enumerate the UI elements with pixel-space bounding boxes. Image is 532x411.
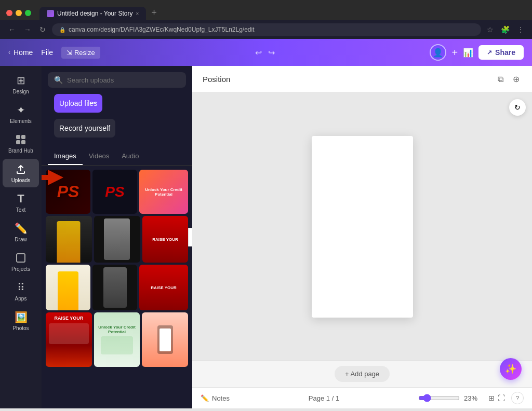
unlock-label: Unlock Your Credit Potential — [97, 325, 137, 334]
share-button[interactable]: ↗ Share — [478, 45, 524, 60]
redo-button[interactable]: ↪ — [268, 48, 275, 58]
close-traffic-light[interactable] — [6, 10, 12, 16]
sidebar-item-uploads[interactable]: Uploads — [3, 159, 39, 187]
duplicate-button[interactable]: ⧉ — [496, 73, 506, 86]
ps-red-text: PS — [57, 182, 79, 201]
tab-bar: Untitled design - Your Story × + — [39, 5, 159, 20]
notes-icon: ✏️ — [201, 394, 209, 402]
sidebar-item-text[interactable]: T Text — [3, 188, 39, 217]
sidebar-label-text: Text — [16, 207, 25, 213]
record-btn-container: Record yourself — [42, 119, 192, 148]
refresh-canvas-button[interactable]: ↻ — [509, 99, 526, 116]
sidebar-item-elements[interactable]: ✦ Elements — [3, 100, 39, 128]
upload-item-credit1[interactable]: Unlock Your Credit Potential — [139, 170, 188, 214]
resize-label: Resize — [74, 49, 95, 57]
yellow-person-shape — [58, 271, 78, 310]
main-content: ⊞ Design ✦ Elements Brand Hub Uploads — [0, 66, 532, 408]
avatar-icon: 👤 — [433, 48, 443, 58]
more-button[interactable]: ⋮ — [515, 24, 526, 35]
traffic-lights — [6, 10, 31, 16]
svg-rect-4 — [17, 254, 25, 262]
sidebar-label-uploads: Uploads — [11, 177, 31, 183]
elements-icon: ✦ — [15, 104, 27, 116]
page-info: Page 1 / 1 — [236, 394, 412, 402]
upload-item-green-app[interactable]: Unlock Your Credit Potential — [94, 312, 140, 367]
maximize-traffic-light[interactable] — [25, 10, 31, 16]
sidebar-item-design[interactable]: ⊞ Design — [3, 70, 39, 99]
new-tab-button[interactable]: + — [149, 5, 159, 20]
tab-close-button[interactable]: × — [136, 11, 139, 17]
apps-icon: ⠿ — [15, 281, 27, 294]
refresh-button[interactable]: ↻ — [37, 23, 48, 36]
upload-item-yellow-person[interactable] — [46, 265, 90, 310]
record-label: Record yourself — [59, 124, 110, 132]
panel-collapse-button[interactable]: ‹ — [188, 228, 192, 246]
record-yourself-button[interactable]: Record yourself — [54, 119, 115, 138]
sidebar-label-design: Design — [12, 89, 29, 94]
phone-graphic — [157, 325, 173, 354]
sidebar-item-brand-hub[interactable]: Brand Hub — [3, 129, 39, 158]
notes-button[interactable]: ✏️ Notes — [201, 394, 230, 402]
fullscreen-button[interactable]: ⛶ — [498, 394, 505, 402]
browser-actions: ☆ 🧩 ⋮ — [485, 24, 526, 35]
upload-item-ps-dark[interactable]: PS — [92, 170, 137, 214]
tab-images[interactable]: Images — [48, 148, 83, 165]
minimize-traffic-light[interactable] — [16, 10, 22, 16]
sidebar-item-apps[interactable]: ⠿ Apps — [3, 277, 39, 306]
back-button[interactable]: ← — [6, 23, 18, 36]
upload-item-raise1[interactable]: RAISE YOUR — [142, 216, 188, 263]
browser-chrome: Untitled design - Your Story × + ← → ↻ 🔒… — [0, 0, 532, 39]
upload-item-raise-card[interactable]: RAISE YOUR — [46, 312, 92, 367]
url-bar[interactable]: 🔒 canva.com/design/DAFIA3gZWEc/KwqNed0Up… — [52, 23, 481, 36]
grid-view-button[interactable]: ⊞ — [488, 394, 495, 402]
magic-button[interactable]: ✨ — [500, 358, 522, 380]
tab-audio-label: Audio — [122, 152, 139, 160]
search-box[interactable]: 🔍 — [48, 72, 186, 88]
bookmark-button[interactable]: ☆ — [485, 24, 495, 35]
upload-item-person2[interactable] — [94, 216, 140, 263]
tab-audio[interactable]: Audio — [115, 148, 145, 165]
sidebar: ⊞ Design ✦ Elements Brand Hub Uploads — [0, 66, 42, 408]
upload-item-ps-red[interactable]: PS — [46, 170, 90, 214]
forward-button[interactable]: → — [22, 23, 33, 36]
avatar[interactable]: 👤 — [430, 44, 446, 61]
resize-icon: ⇲ — [66, 49, 72, 57]
view-buttons: ⊞ ⛶ — [488, 394, 505, 402]
upload-item-person1[interactable] — [46, 216, 92, 263]
file-menu-button[interactable]: File — [37, 46, 57, 59]
position-bar: Position ⧉ ⊕ — [192, 66, 532, 93]
draw-icon: ✏️ — [15, 222, 27, 235]
add-page-button[interactable]: + Add page — [335, 366, 390, 382]
sidebar-item-photos[interactable]: 🖼️ Photos — [3, 307, 39, 335]
resize-button[interactable]: ⇲ Resize — [61, 47, 100, 59]
upload-item-raise2[interactable]: RAISE YOUR — [139, 265, 188, 310]
add-button[interactable]: + — [451, 47, 458, 59]
home-button[interactable]: ‹ Home — [8, 48, 33, 57]
add-element-button[interactable]: ⊕ — [511, 72, 522, 86]
zoom-controls: 23% — [418, 394, 482, 402]
search-input[interactable] — [67, 76, 180, 84]
sidebar-item-draw[interactable]: ✏️ Draw — [3, 218, 39, 246]
person2-shape — [104, 218, 130, 260]
add-page-bar: + Add page — [192, 360, 532, 387]
extensions-button[interactable]: 🧩 — [499, 24, 511, 35]
tab-videos[interactable]: Videos — [83, 148, 116, 165]
zoom-slider[interactable] — [418, 394, 460, 402]
sidebar-item-projects[interactable]: Projects — [3, 248, 39, 276]
upload-files-button[interactable]: Upload files ••• — [54, 94, 102, 113]
ps-dark-text: PS — [105, 184, 124, 200]
bottom-bar: ✏️ Notes Page 1 / 1 23% ⊞ ⛶ ? — [192, 387, 532, 408]
analytics-button[interactable]: 📊 — [463, 48, 473, 58]
green-card-graphic — [101, 336, 132, 354]
tab-favicon — [47, 10, 54, 17]
topbar-left: ‹ Home File ⇲ Resize — [8, 46, 100, 59]
sidebar-label-brand-hub: Brand Hub — [8, 148, 33, 154]
app: ‹ Home File ⇲ Resize ↩ ↪ 👤 + 📊 ↗ Share — [0, 39, 532, 408]
undo-button[interactable]: ↩ — [255, 48, 262, 58]
upload-item-phone-app[interactable] — [142, 312, 188, 367]
upload-item-dark-person[interactable] — [92, 265, 137, 310]
help-button[interactable]: ? — [511, 392, 524, 404]
home-label: Home — [14, 48, 33, 57]
active-tab[interactable]: Untitled design - Your Story × — [39, 7, 146, 20]
canvas-workspace[interactable]: ↻ — [192, 93, 532, 360]
